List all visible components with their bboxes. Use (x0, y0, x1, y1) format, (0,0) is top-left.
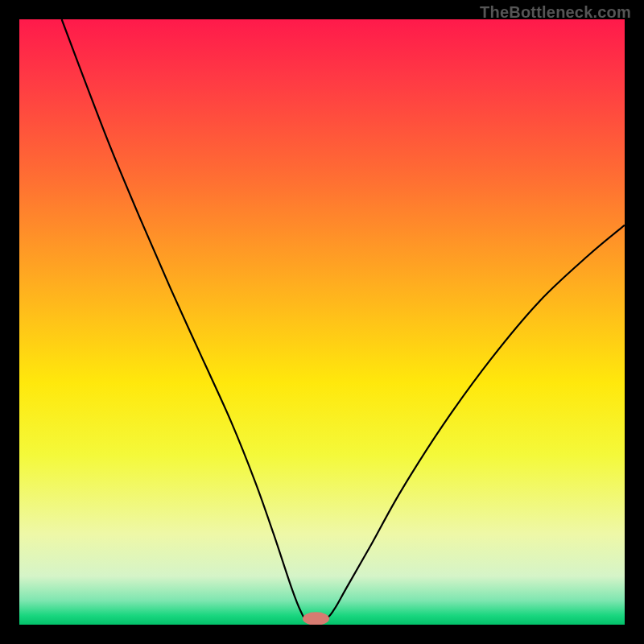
chart-frame: TheBottleneck.com (0, 0, 644, 644)
bottleneck-chart (19, 19, 625, 625)
plot-area (19, 19, 625, 625)
optimum-marker (303, 612, 329, 625)
gradient-background (19, 19, 625, 625)
watermark-text: TheBottleneck.com (480, 3, 631, 22)
